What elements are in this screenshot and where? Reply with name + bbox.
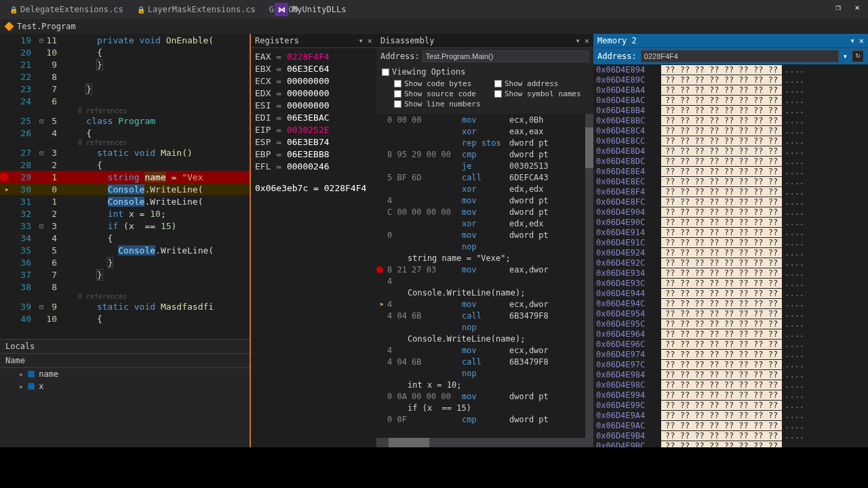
memory-row[interactable]: 0x06D4E8CC?? ?? ?? ?? ?? ?? ?? ??.... <box>593 136 868 146</box>
memory-row[interactable]: 0x06D4E89C?? ?? ?? ?? ?? ?? ?? ??.... <box>593 75 868 85</box>
refresh-button[interactable]: ↻ <box>852 50 864 62</box>
disasm-line[interactable]: 0 0Fcmpdword pt <box>376 413 593 425</box>
memory-row[interactable]: 0x06D4E954?? ?? ?? ?? ?? ?? ?? ??.... <box>593 308 868 319</box>
code-line[interactable]: 19⊟11 private void OnEnable( <box>0 34 250 46</box>
memory-row[interactable]: 0x06D4E964?? ?? ?? ?? ?? ?? ?? ??.... <box>593 329 868 339</box>
disasm-line[interactable]: 4movecx,dwor <box>376 344 593 356</box>
code-line[interactable]: 237 } <box>0 83 250 95</box>
memory-row[interactable]: 0x06D4E8F4?? ?? ?? ?? ?? ?? ?? ??.... <box>593 186 868 197</box>
close-panel-icon[interactable]: ✕ <box>859 36 864 45</box>
vertical-scrollbar[interactable] <box>585 114 593 438</box>
close-panel-icon[interactable]: ✕ <box>585 36 589 45</box>
dropdown-icon[interactable]: ▾ <box>850 36 855 45</box>
disassembly-body[interactable]: 0 00 00movecx,0Bhxoreax,eaxrep stosdword… <box>376 114 593 438</box>
memory-row[interactable]: 0x06D4E8DC?? ?? ?? ?? ?? ?? ?? ??.... <box>593 156 868 166</box>
memory-row[interactable]: 0x06D4E8C4?? ?? ?? ?? ?? ?? ?? ??.... <box>593 125 868 136</box>
disasm-line[interactable]: rep stosdword pt <box>376 137 593 148</box>
memory-row[interactable]: 0x06D4E8AC?? ?? ?? ?? ?? ?? ?? ??.... <box>593 95 868 105</box>
breakpoint-icon[interactable] <box>0 173 8 181</box>
memory-row[interactable]: 0x06D4E90C?? ?? ?? ?? ?? ?? ?? ??.... <box>593 217 868 227</box>
memory-row[interactable]: 0x06D4E8EC?? ?? ?? ?? ?? ?? ?? ??.... <box>593 176 868 186</box>
memory-row[interactable]: 0x06D4E8D4?? ?? ?? ?? ?? ?? ?? ??.... <box>593 146 868 156</box>
memory-row[interactable]: 0x06D4E9BC?? ?? ?? ?? ?? ?? ?? ??.... <box>593 441 868 447</box>
memory-row[interactable]: 0x06D4E8E4?? ?? ?? ?? ?? ?? ?? ??.... <box>593 166 868 176</box>
disasm-line[interactable]: nop <box>376 367 593 379</box>
disasm-line[interactable]: 8 95 29 00 00cmpdword pt <box>376 148 593 160</box>
close-panel-icon[interactable]: ✕ <box>368 36 372 45</box>
disasm-line[interactable]: 4 04 6Bcall6B3479F8 <box>376 310 593 321</box>
viewing-option-checkbox[interactable]: Show line numbers <box>394 100 488 108</box>
code-line[interactable]: 27⊟3 static void Main() <box>0 146 250 159</box>
horizontal-scrollbar[interactable] <box>376 438 593 447</box>
memory-row[interactable]: 0x06D4E98C?? ?? ?? ?? ?? ?? ?? ??.... <box>593 380 868 390</box>
disasm-line[interactable]: 0 00 00movecx,0Bh <box>376 114 593 125</box>
memory-row[interactable]: 0x06D4E974?? ?? ?? ?? ?? ?? ?? ??.... <box>593 349 868 359</box>
viewing-option-checkbox[interactable]: Show address <box>494 79 588 88</box>
code-line[interactable]: 39⊟9 static void Masdfasdfi <box>0 300 250 312</box>
code-line[interactable]: ➤300 Console.WriteLine( <box>0 183 250 195</box>
disasm-line[interactable]: if (x == 15) <box>376 402 593 413</box>
disasm-line[interactable]: 4 04 6Bcall6B3479F8 <box>376 356 593 367</box>
viewing-option-checkbox[interactable]: Show symbol names <box>494 89 588 98</box>
code-line[interactable]: 2010 { <box>0 46 250 58</box>
dropdown-icon[interactable]: ▾ <box>576 36 580 45</box>
disasm-line[interactable]: Console.WriteLine(name); <box>376 333 593 344</box>
code-line[interactable]: 377 } <box>0 268 250 281</box>
code-line[interactable]: 33⊟3 if (x == 15) <box>0 220 250 232</box>
disasm-line[interactable]: 0movdword pt <box>376 229 593 241</box>
code-line[interactable]: 219 } <box>0 58 250 70</box>
memory-row[interactable]: 0x06D4E96C?? ?? ?? ?? ?? ?? ?? ??.... <box>593 339 868 349</box>
memory-row[interactable]: 0x06D4E9AC?? ?? ?? ?? ?? ?? ?? ??.... <box>593 420 868 430</box>
code-line[interactable]: 311 Console.WriteLine( <box>0 195 250 207</box>
memory-row[interactable]: 0x06D4E934?? ?? ?? ?? ?? ?? ?? ??.... <box>593 268 868 278</box>
disasm-line[interactable]: xoredx,edx <box>376 183 593 195</box>
disasm-line[interactable]: int x = 10; <box>376 379 593 390</box>
locals-variable[interactable]: ▸x <box>0 380 250 392</box>
disasm-line[interactable]: 4 <box>376 275 593 287</box>
memory-row[interactable]: 0x06D4E984?? ?? ?? ?? ?? ?? ?? ??.... <box>593 369 868 380</box>
memory-row[interactable]: 0x06D4E894?? ?? ?? ?? ?? ?? ?? ??.... <box>593 64 868 75</box>
disasm-line[interactable]: 8 21 27 03moveax,dwor <box>376 264 593 275</box>
viewing-option-checkbox[interactable]: Show source code <box>394 89 488 98</box>
disasm-line[interactable]: 0 0A 00 00 00movdword pt <box>376 390 593 402</box>
dropdown-icon[interactable]: ▾ <box>359 36 363 45</box>
memory-row[interactable]: 0x06D4E914?? ?? ?? ?? ?? ?? ?? ??.... <box>593 227 868 237</box>
viewing-option-checkbox[interactable]: Show code bytes <box>394 79 488 88</box>
breakpoint-icon[interactable] <box>376 266 383 273</box>
locals-variable[interactable]: ▸name <box>0 368 250 380</box>
memory-row[interactable]: 0x06D4E95C?? ?? ?? ?? ?? ?? ?? ??.... <box>593 319 868 329</box>
disasm-address-input[interactable] <box>422 50 589 62</box>
memory-row[interactable]: 0x06D4E9A4?? ?? ?? ?? ?? ?? ?? ??.... <box>593 410 868 420</box>
disasm-line[interactable]: string name = "Vexe"; <box>376 252 593 264</box>
code-line[interactable]: 355 Console.WriteLine( <box>0 244 250 256</box>
memory-row[interactable]: 0x06D4E8B4?? ?? ?? ?? ?? ?? ?? ??.... <box>593 105 868 115</box>
disasm-line[interactable]: 5 BF 6Dcall6DEFCA43 <box>376 171 593 183</box>
codelens-references[interactable]: 0 references <box>0 293 250 300</box>
code-line[interactable]: 282 { <box>0 159 250 171</box>
memory-row[interactable]: 0x06D4E94C?? ?? ?? ?? ?? ?? ?? ??.... <box>593 298 868 308</box>
codelens-references[interactable]: 0 references <box>0 107 250 115</box>
memory-row[interactable]: 0x06D4E97C?? ?? ?? ?? ?? ?? ?? ??.... <box>593 359 868 369</box>
memory-row[interactable]: 0x06D4E904?? ?? ?? ?? ?? ?? ?? ??.... <box>593 207 868 217</box>
disasm-line[interactable]: ➤4movecx,dwor <box>376 298 593 310</box>
disasm-line[interactable]: nop <box>376 241 593 252</box>
breadcrumb[interactable]: Test.Program <box>17 22 76 31</box>
memory-row[interactable]: 0x06D4E944?? ?? ?? ?? ?? ?? ?? ??.... <box>593 288 868 298</box>
document-tab[interactable]: 🔒LayerMaskExtensions.cs <box>130 2 262 17</box>
memory-row[interactable]: 0x06D4E8FC?? ?? ?? ?? ?? ?? ?? ??.... <box>593 197 868 207</box>
disasm-line[interactable]: 4movdword pt <box>376 195 593 206</box>
code-line[interactable]: 344 { <box>0 232 250 244</box>
disasm-line[interactable]: xoredx,edx <box>376 218 593 229</box>
document-tab[interactable]: 🔒DelegateExtensions.cs <box>3 2 130 17</box>
code-editor[interactable]: 19⊟11 private void OnEnable(2010 {219 }2… <box>0 34 250 339</box>
memory-address-input[interactable] <box>641 50 839 62</box>
disasm-line[interactable]: C 00 00 00 00movdword pt <box>376 206 593 218</box>
memory-row[interactable]: 0x06D4E924?? ?? ?? ?? ?? ?? ?? ??.... <box>593 247 868 258</box>
memory-row[interactable]: 0x06D4E8A4?? ?? ?? ?? ?? ?? ?? ??.... <box>593 85 868 95</box>
dropdown-icon[interactable]: ▾ <box>843 52 848 61</box>
memory-row[interactable]: 0x06D4E8BC?? ?? ?? ?? ?? ?? ?? ??.... <box>593 115 868 125</box>
memory-row[interactable]: 0x06D4E92C?? ?? ?? ?? ?? ?? ?? ??.... <box>593 258 868 268</box>
close-icon[interactable]: ✕ <box>850 3 864 12</box>
locals-column-name[interactable]: Name <box>0 354 250 368</box>
code-line[interactable]: 4010 { <box>0 312 250 325</box>
